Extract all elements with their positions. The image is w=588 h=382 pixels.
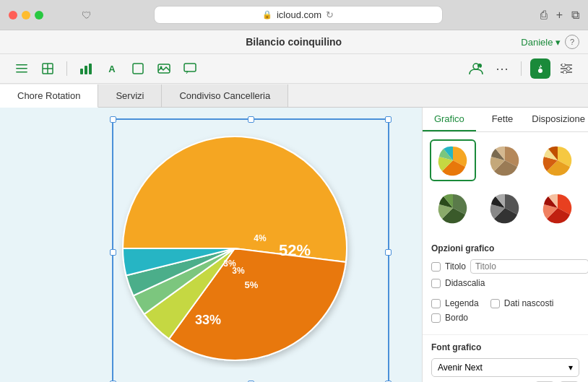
title-checkbox[interactable]: [431, 262, 441, 272]
svg-rect-12: [184, 64, 196, 71]
address-bar[interactable]: 🔒 icloud.com ↻: [154, 6, 443, 24]
handle-middle-right[interactable]: [385, 249, 392, 256]
close-window-button[interactable]: [9, 11, 17, 19]
svg-rect-8: [89, 64, 92, 74]
tab-condiviso-cancelleria[interactable]: Condiviso Cancelleria: [162, 84, 288, 108]
handle-top-left[interactable]: [110, 116, 116, 123]
svg-text:5%: 5%: [245, 279, 259, 290]
options-title: Opzioni grafico: [431, 243, 579, 253]
svg-text:33%: 33%: [195, 313, 221, 327]
shield-icon[interactable]: 🛡: [79, 8, 94, 22]
refresh-icon[interactable]: ↻: [326, 9, 334, 20]
title-option-row: Titolo: [431, 259, 579, 274]
minimize-window-button[interactable]: [22, 11, 30, 19]
pie-chart-svg: 52% 33% 5% 3% 3% 4%: [116, 129, 368, 368]
tabs-bar: Chore Rotation Servizi Condiviso Cancell…: [0, 84, 588, 108]
panel-tab-disposizione[interactable]: Disposizione: [529, 108, 588, 131]
chart-options-section: Opzioni grafico Titolo Didascalia Legend…: [423, 236, 588, 335]
new-tab-button[interactable]: +: [556, 9, 563, 22]
border-option-row: Bordo: [431, 313, 579, 323]
toolbar-separator-1: [66, 61, 67, 76]
main-content: 52% 33% 5% 3% 3% 4% Grafico Fette Dispos…: [0, 108, 588, 382]
svg-text:52%: 52%: [279, 241, 311, 259]
caption-label: Didascalia: [445, 278, 485, 288]
panel-tab-grafico[interactable]: Grafico: [423, 108, 476, 131]
svg-rect-0: [16, 64, 27, 66]
text-icon-button[interactable]: A: [102, 58, 122, 79]
title-input[interactable]: [470, 259, 588, 274]
table-icon-button[interactable]: [38, 58, 58, 79]
windows-button[interactable]: ⧉: [571, 9, 579, 22]
tab-chore-rotation[interactable]: Chore Rotation: [0, 84, 98, 108]
hidden-data-option: Dati nascosti: [490, 298, 554, 308]
handle-top-right[interactable]: [385, 116, 392, 123]
svg-rect-7: [85, 66, 87, 74]
user-label[interactable]: Daniele ▾: [521, 37, 561, 48]
handle-top-middle[interactable]: [248, 116, 254, 123]
browser-top-bar: 🛡 🔒 icloud.com ↻ ⎙ + ⧉: [0, 0, 588, 30]
font-family-dropdown[interactable]: Avenir Next ▾: [431, 358, 579, 377]
svg-point-22: [563, 71, 567, 74]
lock-icon: 🔒: [262, 10, 272, 19]
chart-style-6[interactable]: [535, 187, 581, 229]
hidden-data-label: Dati nascosti: [504, 298, 554, 308]
panel-tab-fette[interactable]: Fette: [476, 108, 529, 131]
tab-servizi[interactable]: Servizi: [98, 84, 162, 108]
app-toolbar: Bilancio coinquilino Daniele ▾ ?: [0, 30, 588, 54]
svg-point-20: [562, 64, 566, 67]
svg-text:4%: 4%: [254, 233, 267, 243]
comment-icon-button[interactable]: [180, 58, 200, 79]
legend-label: Legenda: [445, 298, 479, 308]
chart-style-4[interactable]: [430, 187, 476, 229]
format-panel-button[interactable]: [556, 58, 576, 79]
toolbar-icons-bar: A + ⋯: [0, 54, 588, 84]
chart-style-5[interactable]: [482, 187, 528, 229]
toolbar-separator-2: [521, 61, 522, 76]
toolbar-right: Daniele ▾ ?: [521, 35, 579, 49]
url-text: icloud.com: [277, 9, 321, 20]
app-title: Bilancio coinquilino: [66, 36, 521, 48]
svg-rect-9: [133, 64, 143, 74]
canvas-area[interactable]: 52% 33% 5% 3% 3% 4%: [0, 108, 422, 382]
more-icon-button[interactable]: ⋯: [492, 58, 512, 79]
active-mode-button[interactable]: [530, 58, 550, 79]
person-icon-button[interactable]: +: [466, 58, 486, 79]
chart-icon-button[interactable]: [76, 58, 96, 79]
caption-checkbox[interactable]: [431, 279, 441, 288]
chart-style-1[interactable]: [430, 139, 476, 181]
chart-styles-grid: [423, 132, 588, 236]
right-panel: Grafico Fette Disposizione: [422, 108, 588, 382]
svg-rect-1: [16, 68, 27, 69]
share-button[interactable]: ⎙: [540, 9, 548, 22]
legend-option: Legenda: [431, 298, 479, 308]
chart-style-3[interactable]: [535, 139, 581, 181]
help-button[interactable]: ?: [565, 35, 579, 49]
menu-icon-button[interactable]: [12, 58, 32, 79]
svg-text:3%: 3%: [223, 259, 236, 269]
font-title: Font grafico: [431, 342, 579, 352]
traffic-lights: [9, 11, 43, 19]
title-checkbox-label: Titolo: [445, 261, 466, 272]
maximize-window-button[interactable]: [35, 11, 43, 19]
image-icon-button[interactable]: [154, 58, 174, 79]
panel-tabs: Grafico Fette Disposizione: [423, 108, 588, 132]
chart-style-2[interactable]: [482, 139, 528, 181]
hidden-data-checkbox[interactable]: [490, 299, 500, 308]
pie-chart[interactable]: 52% 33% 5% 3% 3% 4%: [116, 129, 368, 368]
svg-rect-6: [80, 69, 83, 74]
legend-checkbox[interactable]: [431, 299, 441, 308]
svg-point-16: [538, 69, 542, 73]
shape-icon-button[interactable]: [128, 58, 148, 79]
caption-option-row: Didascalia: [431, 278, 579, 288]
svg-rect-2: [16, 71, 27, 73]
font-section: Font grafico Avenir Next ▾ Normale ▾ A A: [423, 335, 588, 382]
browser-actions: ⎙ + ⧉: [540, 9, 579, 22]
border-label: Bordo: [445, 313, 468, 323]
border-checkbox[interactable]: [431, 313, 441, 323]
legend-options-row: Legenda Dati nascosti: [431, 298, 579, 313]
svg-point-21: [567, 67, 571, 71]
